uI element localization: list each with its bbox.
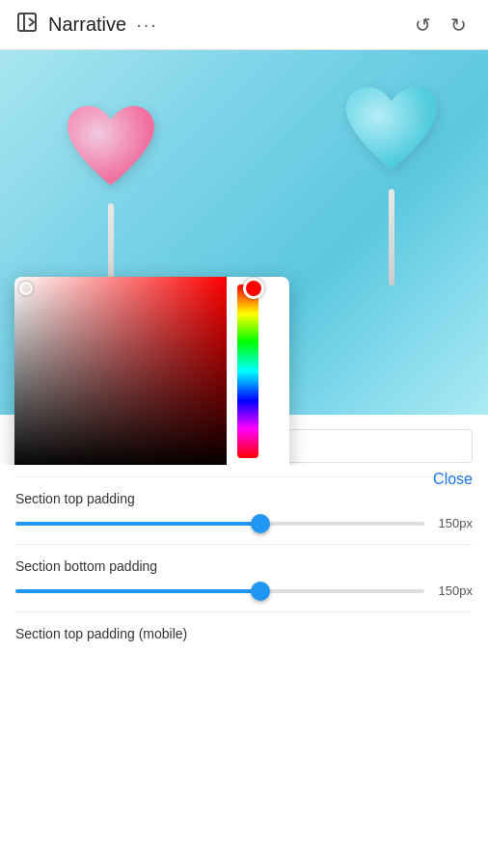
header-right: ↺ ↻: [409, 10, 473, 41]
page-title: Narrative: [48, 14, 126, 36]
section-bottom-padding-track[interactable]: [15, 589, 424, 593]
redo-button[interactable]: ↻: [445, 10, 473, 41]
section-bottom-padding-slider-container: 150px: [15, 583, 473, 598]
section-top-padding-fill: [15, 522, 260, 526]
hue-slider[interactable]: [237, 285, 258, 458]
hue-indicator[interactable]: [243, 278, 264, 299]
section-top-padding-track[interactable]: [15, 522, 424, 526]
color-picker-body: [14, 277, 289, 465]
app-header: Narrative ··· ↺ ↻: [0, 0, 488, 50]
undo-button[interactable]: ↺: [409, 10, 437, 41]
teal-lollipop: [334, 79, 449, 285]
section-top-padding-mobile: Section top padding (mobile): [15, 612, 473, 645]
gradient-cursor[interactable]: [19, 282, 33, 295]
section-top-padding-mobile-label: Section top padding (mobile): [15, 626, 187, 641]
section-top-padding-value: 150px: [434, 516, 473, 530]
section-bottom-padding-value: 150px: [434, 583, 473, 598]
back-icon[interactable]: [15, 11, 39, 40]
section-top-padding: Section top padding 150px: [15, 477, 473, 545]
section-top-padding-thumb[interactable]: [251, 514, 270, 533]
more-menu-icon[interactable]: ···: [136, 14, 158, 36]
main-content: # EFEFEF Section top padding 150px Secti…: [0, 415, 488, 868]
section-bottom-padding-fill: [15, 589, 260, 593]
section-bottom-padding-label: Section bottom padding: [15, 558, 473, 574]
close-button[interactable]: Close: [433, 471, 473, 488]
header-left: Narrative ···: [15, 11, 158, 40]
section-top-padding-label: Section top padding: [15, 491, 473, 506]
section-bottom-padding-thumb[interactable]: [251, 582, 270, 601]
hero-image: # EFEFEF › Currently used: [0, 50, 488, 465]
section-bottom-padding: Section bottom padding 150px: [15, 545, 473, 612]
color-picker-popup: # EFEFEF › Currently used: [14, 277, 289, 465]
color-gradient-area[interactable]: [14, 277, 227, 465]
section-top-padding-slider-container: 150px: [15, 516, 473, 530]
